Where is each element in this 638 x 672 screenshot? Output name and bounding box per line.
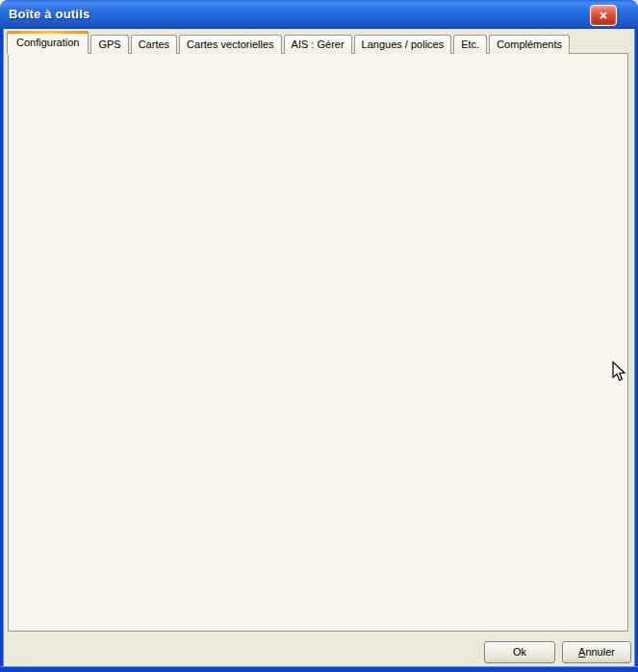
- tab-complements[interactable]: Compléments: [489, 35, 570, 54]
- window-border-right: [634, 29, 638, 667]
- close-icon: ×: [600, 8, 607, 23]
- ok-button[interactable]: Ok: [484, 641, 555, 663]
- tab-etc[interactable]: Etc.: [453, 35, 487, 54]
- tab-gps[interactable]: GPS: [90, 35, 128, 54]
- tab-cartes-vectorielles[interactable]: Cartes vectorielles: [179, 35, 281, 54]
- cancel-button[interactable]: Annuler: [562, 641, 631, 663]
- title-bar[interactable]: Boîte à outils ×: [0, 0, 638, 29]
- tab-cartes[interactable]: Cartes: [131, 35, 177, 54]
- tab-strip: Configuration GPS Cartes Cartes vectorie…: [7, 31, 572, 54]
- window-border-bottom: [0, 666, 638, 672]
- toolbox-dialog: Boîte à outils × Configuration GPS Carte…: [0, 0, 638, 672]
- close-button[interactable]: ×: [590, 5, 617, 26]
- window-title: Boîte à outils: [9, 7, 89, 21]
- tab-ais-gerer[interactable]: AIS : Gérer: [284, 35, 352, 54]
- tab-langues-polices[interactable]: Langues / polices: [354, 35, 452, 54]
- tab-page-configuration: [8, 53, 628, 632]
- tab-configuration[interactable]: Configuration: [7, 31, 89, 54]
- window-border-left: [0, 29, 4, 667]
- mouse-cursor-icon: [612, 361, 626, 382]
